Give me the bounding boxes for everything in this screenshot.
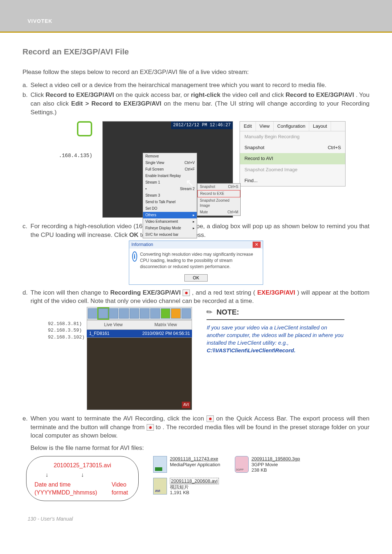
record-button[interactable]: [98, 308, 108, 319]
tab-layout[interactable]: Layout: [309, 122, 331, 131]
step-b-label: b.: [23, 91, 30, 116]
bold: Record to EXE/3GP/AVI: [286, 91, 354, 98]
ip-label: .168.4.135): [59, 152, 92, 160]
step-d-label: d.: [23, 288, 30, 306]
sub-zoom[interactable]: Snapshot Zoomed Image: [197, 197, 240, 209]
recording-icon: [147, 424, 154, 431]
bar-btn[interactable]: [88, 308, 98, 319]
bar-btn[interactable]: [140, 308, 150, 319]
step-e: e. When you want to terminate the AVI Re…: [23, 414, 369, 452]
ctx-fisheye[interactable]: Fisheye Display Mode▸: [143, 225, 197, 231]
bold: Record to EXE/3GP/AVI: [46, 91, 114, 98]
ctx-remove[interactable]: Remove: [143, 153, 197, 160]
forward-icon[interactable]: [171, 308, 181, 319]
step-b: b. Click Record to EXE/3GP/AVI on the qu…: [23, 91, 369, 116]
intro-text: Please follow the steps below to record …: [23, 68, 369, 77]
bold: Recording EXE/3GP/AVI: [110, 289, 181, 296]
tab-matrix-view[interactable]: Matrix View: [139, 320, 192, 329]
file-3gp[interactable]: 20091118_195800.3gp 3GPP Movie 238 KB: [235, 456, 300, 473]
avi-file-icon: [153, 478, 167, 495]
ctx-video-enh[interactable]: Video Enhancement▸: [143, 218, 197, 225]
ip-item: 92.168.3.59): [48, 327, 85, 334]
file-desc: 視訊短片: [170, 484, 219, 490]
video-ts: 2010/09/02 PM 04:56:31: [140, 330, 192, 337]
bar-btn[interactable]: [119, 308, 129, 319]
video-thumbnail[interactable]: AVI: [87, 337, 192, 410]
step-d-text: The icon will then change to Recording E…: [30, 288, 369, 306]
ctx-talk[interactable]: Send to Talk Panel: [143, 199, 197, 205]
tab-live-view[interactable]: Live View: [87, 320, 139, 329]
ctx-setdo[interactable]: Set DO: [143, 205, 197, 212]
page-content: Record an EXE/3GP/AVI File Please follow…: [0, 33, 392, 501]
ctx-svc[interactable]: SVC for reduced bar: [143, 231, 197, 238]
step-c-label: c.: [23, 222, 30, 239]
info-dialog: Information ✕ i Converting high resoluti…: [129, 241, 263, 284]
edit-menu[interactable]: Edit View Configuration Layout Manually …: [240, 121, 346, 186]
ctx-single-view[interactable]: Single ViewCtrl+V: [143, 160, 197, 166]
menu-manual-record[interactable]: Manually Begin Recording: [240, 131, 345, 142]
note-icon: ✎: [204, 306, 215, 318]
ctx-stream3[interactable]: Stream 3: [143, 192, 197, 199]
context-menu[interactable]: Remove Single ViewCtrl+V Full ScreenCtrl…: [143, 153, 197, 238]
t: The icon will then change to: [30, 289, 110, 296]
menu-record-avi[interactable]: Record to AVI: [240, 153, 345, 164]
below-text: Below is the file name format for AVI fi…: [30, 444, 369, 452]
bar-btn[interactable]: [109, 308, 119, 319]
step-b-text: Click Record to EXE/3GP/AVI on the quick…: [30, 91, 369, 116]
ctx-others[interactable]: Others▸: [143, 212, 197, 218]
record-button-highlight[interactable]: [77, 121, 92, 136]
t: on the quick access bar, or: [116, 91, 191, 98]
tab-edit[interactable]: Edit: [240, 122, 256, 131]
info-icon: i: [132, 251, 137, 262]
close-icon[interactable]: ✕: [253, 242, 261, 248]
dialog-titlebar: Information ✕: [129, 241, 263, 249]
file-exe[interactable]: 20091118_112743.exe MediaPlayer Applicat…: [153, 456, 220, 473]
ip-list: 92.168.3.81) 92.168.3.59) 92.168.3.102): [48, 307, 85, 410]
step-e-label: e.: [23, 414, 30, 452]
back-icon[interactable]: [161, 308, 171, 319]
tab-view[interactable]: View: [256, 122, 274, 131]
files-row: 20100125_173015.avi ↓ ↓ Date and time (Y…: [23, 456, 369, 501]
context-submenu[interactable]: SnapshotCtrl+S Record to EXE Snapshot Zo…: [197, 183, 241, 216]
bar-btn[interactable]: [181, 308, 191, 319]
video-timestamp: 2012/12/12 PM 12:46:27: [171, 122, 233, 129]
tab-config[interactable]: Configuration: [274, 122, 309, 131]
device-name: 1_FD8161: [87, 330, 111, 337]
note-text: If you save your video via a LiveClient …: [207, 324, 343, 346]
page-banner: VIVOTEK: [0, 0, 392, 33]
ctx-full-screen[interactable]: Full ScreenCtrl+F: [143, 166, 197, 173]
filename-stem: 20100125_173015: [54, 462, 102, 468]
file-name: 20091118_200608.avi: [170, 478, 219, 484]
sub-mute[interactable]: MuteCtrl+M: [197, 209, 240, 216]
bar-btn[interactable]: [130, 308, 139, 319]
ok-button[interactable]: OK: [184, 274, 207, 282]
file-name: 20091118_195800.3gp: [252, 456, 300, 462]
note-path: C:\\VAST\Client\LiveClient\Record.: [207, 347, 295, 353]
step-a-label: a.: [23, 81, 30, 90]
file-desc: MediaPlayer Application: [170, 462, 220, 468]
file-meta: 20091118_200608.avi 視訊短片 1,191 KB: [170, 478, 219, 496]
ip-item: 92.168.3.102): [48, 334, 85, 341]
file-size: 1,191 KB: [170, 490, 219, 496]
note-title: NOTE:: [216, 307, 239, 317]
sub-record-exe[interactable]: Record to EXE: [197, 190, 240, 197]
note-body: If you save your video via a LiveClient …: [207, 324, 344, 354]
menu-snapshot[interactable]: SnapshotCtrl+S: [240, 142, 345, 153]
exe-file-icon: [153, 456, 167, 473]
video-cell[interactable]: 2012/12/12 PM 12:46:27 Remove Single Vie…: [102, 121, 233, 218]
filename-ext: .avi: [102, 462, 111, 468]
menu-zoom[interactable]: Snapshot Zoomed Image: [240, 164, 345, 175]
sub-snapshot[interactable]: SnapshotCtrl+S: [197, 184, 240, 190]
menu-find[interactable]: Find...: [240, 175, 345, 186]
step-d: d. The icon will then change to Recordin…: [23, 288, 369, 306]
step-c-text: For recording a high-resolution video (1…: [30, 222, 369, 239]
bar-btn[interactable]: [150, 308, 160, 319]
recording-icon[interactable]: [207, 415, 214, 422]
brand-label: VIVOTEK: [28, 18, 52, 25]
video-header: 1_FD8161 2010/09/02 PM 04:56:31: [87, 330, 192, 337]
bold: Edit > Record to EXE/3GP/AVI: [71, 100, 161, 107]
file-avi[interactable]: 20091118_200608.avi 視訊短片 1,191 KB: [153, 478, 220, 496]
3gp-file-icon: [235, 456, 249, 473]
file-size: 238 KB: [252, 467, 300, 473]
toolbar-figure: Live View Matrix View 1_FD8161 2010/09/0…: [87, 307, 192, 410]
